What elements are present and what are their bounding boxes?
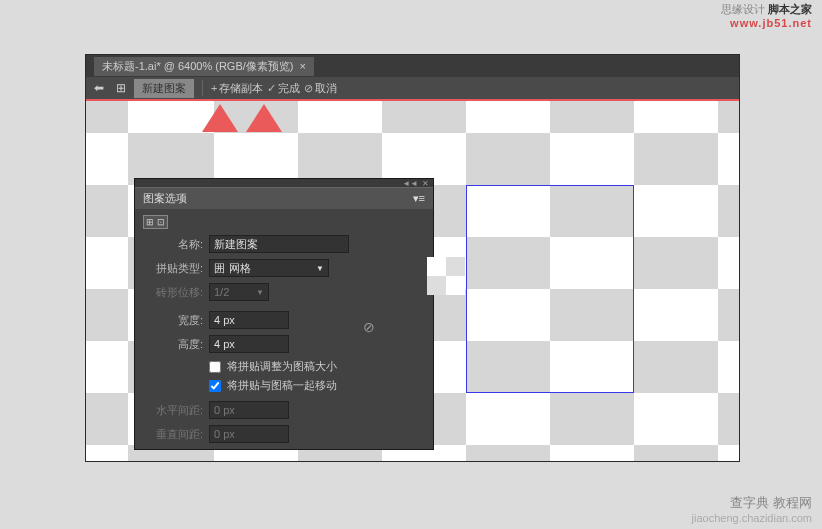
h-spacing-label: 水平间距: bbox=[143, 403, 203, 418]
resize-tile-label: 将拼贴调整为图稿大小 bbox=[227, 359, 337, 374]
panel-titlebar[interactable]: ◄◄ ✕ bbox=[135, 179, 433, 187]
name-input[interactable] bbox=[209, 235, 349, 253]
tile-bounds[interactable] bbox=[466, 185, 634, 393]
back-icon[interactable]: ⬅ bbox=[90, 79, 108, 97]
tab-title: 未标题-1.ai* @ 6400% (RGB/像素预览) bbox=[102, 59, 294, 74]
height-input[interactable] bbox=[209, 335, 289, 353]
brick-offset-dropdown: 1/2 ▼ bbox=[209, 283, 269, 301]
pattern-options-panel: ◄◄ ✕ 图案选项 ▾≡ ⊞ ⊡ 名称: 拼贴类型: 囲 网格 ▼ 砖形位移: … bbox=[134, 178, 434, 450]
link-icon[interactable]: ⊘ bbox=[363, 319, 375, 335]
v-spacing-input bbox=[209, 425, 289, 443]
watermark-bottom: 查字典 教程网 jiaocheng.chazidian.com bbox=[692, 494, 812, 524]
panel-close-icon[interactable]: ✕ bbox=[422, 179, 429, 188]
document-tab[interactable]: 未标题-1.ai* @ 6400% (RGB/像素预览) × bbox=[94, 57, 314, 76]
panel-menu-icon[interactable]: ▾≡ bbox=[413, 192, 425, 205]
cancel-button[interactable]: ⊘取消 bbox=[304, 81, 337, 96]
chevron-down-icon: ▼ bbox=[256, 288, 264, 297]
chevron-down-icon: ▼ bbox=[316, 264, 324, 273]
artwork-triangle-2[interactable] bbox=[246, 104, 282, 132]
brick-offset-label: 砖形位移: bbox=[143, 285, 203, 300]
check-icon: ✓ bbox=[267, 82, 276, 95]
move-tile-checkbox[interactable] bbox=[209, 380, 221, 392]
width-input[interactable] bbox=[209, 311, 289, 329]
artwork-triangle-1[interactable] bbox=[202, 104, 238, 132]
panel-header: 图案选项 ▾≡ bbox=[135, 187, 433, 209]
save-copy-button[interactable]: +存储副本 bbox=[211, 81, 263, 96]
titlebar: 未标题-1.ai* @ 6400% (RGB/像素预览) × bbox=[86, 55, 739, 77]
v-spacing-label: 垂直间距: bbox=[143, 427, 203, 442]
tile-type-icon: 囲 bbox=[214, 261, 225, 276]
h-spacing-input bbox=[209, 401, 289, 419]
tile-type-dropdown[interactable]: 囲 网格 ▼ bbox=[209, 259, 329, 277]
panel-body: ⊞ ⊡ 名称: 拼贴类型: 囲 网格 ▼ 砖形位移: 1/2 ▼ 宽度: ⊘ bbox=[135, 209, 433, 443]
watermark-top: 思缘设计 脚本之家 www.jb51.net bbox=[721, 2, 812, 29]
switch-icon: ⊞ ⊡ bbox=[143, 215, 168, 229]
close-icon[interactable]: × bbox=[300, 60, 306, 72]
tile-type-label: 拼贴类型: bbox=[143, 261, 203, 276]
done-button[interactable]: ✓完成 bbox=[267, 81, 300, 96]
resize-tile-checkbox[interactable] bbox=[209, 361, 221, 373]
grid-icon[interactable]: ⊞ bbox=[112, 79, 130, 97]
plus-icon: + bbox=[211, 82, 217, 94]
tile-preview bbox=[427, 257, 465, 295]
width-label: 宽度: bbox=[143, 313, 203, 328]
cancel-icon: ⊘ bbox=[304, 82, 313, 95]
height-label: 高度: bbox=[143, 337, 203, 352]
pattern-toolbar: ⬅ ⊞ 新建图案 +存储副本 ✓完成 ⊘取消 bbox=[86, 77, 739, 101]
pattern-name-label: 新建图案 bbox=[134, 79, 194, 98]
pattern-toggle[interactable]: ⊞ ⊡ bbox=[143, 215, 425, 229]
collapse-icon[interactable]: ◄◄ bbox=[402, 179, 418, 188]
move-tile-label: 将拼贴与图稿一起移动 bbox=[227, 378, 337, 393]
name-label: 名称: bbox=[143, 237, 203, 252]
separator bbox=[202, 80, 203, 96]
panel-title: 图案选项 bbox=[143, 191, 187, 206]
